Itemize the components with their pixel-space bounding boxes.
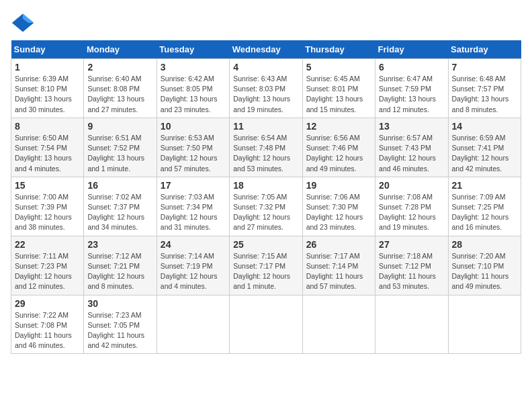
day-number: 7 [452, 62, 517, 73]
header-cell-monday: Monday [84, 40, 157, 59]
day-number: 15 [15, 180, 80, 191]
day-number: 9 [87, 121, 152, 132]
day-number: 5 [306, 62, 371, 73]
day-number: 16 [87, 180, 152, 191]
day-detail: Sunrise: 7:22 AM Sunset: 7:08 PM Dayligh… [15, 310, 80, 351]
day-number: 12 [306, 121, 371, 132]
week-row-4: 22Sunrise: 7:11 AM Sunset: 7:23 PM Dayli… [11, 236, 521, 295]
week-row-2: 8Sunrise: 6:50 AM Sunset: 7:54 PM Daylig… [11, 118, 521, 177]
day-number: 26 [306, 239, 371, 250]
day-cell: 2Sunrise: 6:40 AM Sunset: 8:08 PM Daylig… [84, 59, 157, 118]
day-cell: 3Sunrise: 6:42 AM Sunset: 8:05 PM Daylig… [157, 59, 229, 118]
week-row-5: 29Sunrise: 7:22 AM Sunset: 7:08 PM Dayli… [11, 295, 521, 354]
day-cell: 1Sunrise: 6:39 AM Sunset: 8:10 PM Daylig… [11, 59, 84, 118]
day-cell: 8Sunrise: 6:50 AM Sunset: 7:54 PM Daylig… [11, 118, 84, 177]
day-detail: Sunrise: 6:59 AM Sunset: 7:41 PM Dayligh… [452, 133, 517, 174]
day-number: 18 [233, 180, 298, 191]
day-cell: 30Sunrise: 7:23 AM Sunset: 7:05 PM Dayli… [84, 295, 157, 354]
day-cell: 16Sunrise: 7:02 AM Sunset: 7:37 PM Dayli… [84, 177, 157, 236]
day-number: 14 [452, 121, 517, 132]
day-cell: 20Sunrise: 7:08 AM Sunset: 7:28 PM Dayli… [375, 177, 448, 236]
day-detail: Sunrise: 6:53 AM Sunset: 7:50 PM Dayligh… [161, 133, 226, 174]
logo-icon [11, 11, 35, 35]
day-number: 2 [87, 62, 152, 73]
day-cell [448, 295, 521, 354]
day-cell: 14Sunrise: 6:59 AM Sunset: 7:41 PM Dayli… [448, 118, 521, 177]
day-detail: Sunrise: 6:42 AM Sunset: 8:05 PM Dayligh… [161, 74, 226, 115]
day-detail: Sunrise: 7:00 AM Sunset: 7:39 PM Dayligh… [15, 192, 80, 233]
header-cell-sunday: Sunday [11, 40, 84, 59]
day-detail: Sunrise: 6:56 AM Sunset: 7:46 PM Dayligh… [306, 133, 371, 174]
day-detail: Sunrise: 7:20 AM Sunset: 7:10 PM Dayligh… [452, 251, 517, 292]
day-cell: 22Sunrise: 7:11 AM Sunset: 7:23 PM Dayli… [11, 236, 84, 295]
header-cell-friday: Friday [375, 40, 448, 59]
day-cell: 6Sunrise: 6:47 AM Sunset: 7:59 PM Daylig… [375, 59, 448, 118]
day-cell: 29Sunrise: 7:22 AM Sunset: 7:08 PM Dayli… [11, 295, 84, 354]
day-number: 25 [233, 239, 298, 250]
day-detail: Sunrise: 7:05 AM Sunset: 7:32 PM Dayligh… [233, 192, 298, 233]
week-row-1: 1Sunrise: 6:39 AM Sunset: 8:10 PM Daylig… [11, 59, 521, 118]
day-number: 8 [15, 121, 80, 132]
header-cell-tuesday: Tuesday [157, 40, 229, 59]
day-detail: Sunrise: 6:43 AM Sunset: 8:03 PM Dayligh… [233, 74, 298, 115]
day-cell: 7Sunrise: 6:48 AM Sunset: 7:57 PM Daylig… [448, 59, 521, 118]
day-number: 27 [379, 239, 444, 250]
header-cell-thursday: Thursday [302, 40, 375, 59]
day-detail: Sunrise: 6:40 AM Sunset: 8:08 PM Dayligh… [87, 74, 152, 115]
day-cell: 26Sunrise: 7:17 AM Sunset: 7:14 PM Dayli… [302, 236, 375, 295]
day-number: 11 [233, 121, 298, 132]
day-detail: Sunrise: 6:39 AM Sunset: 8:10 PM Dayligh… [15, 74, 80, 115]
day-cell [302, 295, 375, 354]
day-detail: Sunrise: 6:47 AM Sunset: 7:59 PM Dayligh… [379, 74, 444, 115]
day-cell: 18Sunrise: 7:05 AM Sunset: 7:32 PM Dayli… [230, 177, 302, 236]
day-cell: 23Sunrise: 7:12 AM Sunset: 7:21 PM Dayli… [84, 236, 157, 295]
day-number: 23 [87, 239, 152, 250]
day-cell: 25Sunrise: 7:15 AM Sunset: 7:17 PM Dayli… [230, 236, 302, 295]
day-cell [375, 295, 448, 354]
day-number: 4 [233, 62, 298, 73]
day-detail: Sunrise: 7:11 AM Sunset: 7:23 PM Dayligh… [15, 251, 80, 292]
day-number: 28 [452, 239, 517, 250]
calendar-body: 1Sunrise: 6:39 AM Sunset: 8:10 PM Daylig… [11, 59, 521, 354]
day-number: 1 [15, 62, 80, 73]
day-detail: Sunrise: 7:18 AM Sunset: 7:12 PM Dayligh… [379, 251, 444, 292]
day-cell: 12Sunrise: 6:56 AM Sunset: 7:46 PM Dayli… [302, 118, 375, 177]
day-detail: Sunrise: 7:14 AM Sunset: 7:19 PM Dayligh… [161, 251, 226, 292]
day-detail: Sunrise: 6:57 AM Sunset: 7:43 PM Dayligh… [379, 133, 444, 174]
header-row: SundayMondayTuesdayWednesdayThursdayFrid… [11, 40, 521, 59]
day-number: 20 [379, 180, 444, 191]
day-detail: Sunrise: 7:23 AM Sunset: 7:05 PM Dayligh… [87, 310, 152, 351]
day-number: 21 [452, 180, 517, 191]
day-cell: 19Sunrise: 7:06 AM Sunset: 7:30 PM Dayli… [302, 177, 375, 236]
day-cell: 5Sunrise: 6:45 AM Sunset: 8:01 PM Daylig… [302, 59, 375, 118]
day-detail: Sunrise: 6:50 AM Sunset: 7:54 PM Dayligh… [15, 133, 80, 174]
day-detail: Sunrise: 6:51 AM Sunset: 7:52 PM Dayligh… [87, 133, 152, 174]
day-detail: Sunrise: 7:08 AM Sunset: 7:28 PM Dayligh… [379, 192, 444, 233]
day-detail: Sunrise: 6:45 AM Sunset: 8:01 PM Dayligh… [306, 74, 371, 115]
day-cell: 24Sunrise: 7:14 AM Sunset: 7:19 PM Dayli… [157, 236, 229, 295]
header-cell-saturday: Saturday [448, 40, 521, 59]
day-number: 3 [161, 62, 226, 73]
day-cell: 10Sunrise: 6:53 AM Sunset: 7:50 PM Dayli… [157, 118, 229, 177]
day-cell: 11Sunrise: 6:54 AM Sunset: 7:48 PM Dayli… [230, 118, 302, 177]
calendar-table: SundayMondayTuesdayWednesdayThursdayFrid… [11, 40, 521, 354]
day-cell: 15Sunrise: 7:00 AM Sunset: 7:39 PM Dayli… [11, 177, 84, 236]
day-number: 6 [379, 62, 444, 73]
day-cell: 17Sunrise: 7:03 AM Sunset: 7:34 PM Dayli… [157, 177, 229, 236]
day-cell: 9Sunrise: 6:51 AM Sunset: 7:52 PM Daylig… [84, 118, 157, 177]
day-cell: 21Sunrise: 7:09 AM Sunset: 7:25 PM Dayli… [448, 177, 521, 236]
day-cell: 4Sunrise: 6:43 AM Sunset: 8:03 PM Daylig… [230, 59, 302, 118]
day-detail: Sunrise: 7:17 AM Sunset: 7:14 PM Dayligh… [306, 251, 371, 292]
page-header [11, 11, 521, 35]
logo [11, 11, 38, 35]
day-detail: Sunrise: 7:02 AM Sunset: 7:37 PM Dayligh… [87, 192, 152, 233]
header-cell-wednesday: Wednesday [230, 40, 302, 59]
day-number: 17 [161, 180, 226, 191]
day-detail: Sunrise: 7:15 AM Sunset: 7:17 PM Dayligh… [233, 251, 298, 292]
day-detail: Sunrise: 6:48 AM Sunset: 7:57 PM Dayligh… [452, 74, 517, 115]
week-row-3: 15Sunrise: 7:00 AM Sunset: 7:39 PM Dayli… [11, 177, 521, 236]
day-cell [157, 295, 229, 354]
day-number: 19 [306, 180, 371, 191]
day-number: 29 [15, 298, 80, 309]
calendar-header: SundayMondayTuesdayWednesdayThursdayFrid… [11, 40, 521, 59]
